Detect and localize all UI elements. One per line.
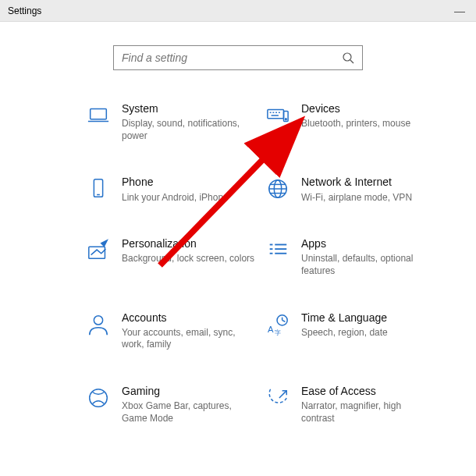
accessibility-icon: [265, 385, 290, 410]
window-title: Settings: [8, 5, 41, 16]
svg-point-0: [343, 53, 351, 61]
tile-title: Accounts: [122, 311, 258, 325]
search-input[interactable]: [122, 52, 342, 64]
settings-grid: System Display, sound, notifications, po…: [0, 78, 476, 424]
tile-text: Apps Uninstall, defaults, optional featu…: [301, 236, 437, 277]
tile-title: Apps: [301, 236, 437, 250]
tile-desc: Bluetooth, printers, mouse: [301, 118, 437, 130]
tile-title: Time & Language: [301, 311, 437, 325]
tile-title: Devices: [301, 101, 437, 115]
svg-line-29: [282, 320, 286, 321]
search-row: [0, 45, 476, 70]
globe-icon: [265, 176, 290, 201]
tile-title: Gaming: [122, 384, 258, 398]
svg-point-26: [94, 315, 102, 324]
tile-network[interactable]: Network & Internet Wi-Fi, airplane mode,…: [265, 175, 437, 204]
tile-text: Devices Bluetooth, printers, mouse: [301, 101, 437, 130]
tile-text: Gaming Xbox Game Bar, captures, Game Mod…: [122, 384, 258, 424]
keyboard-icon: [265, 103, 290, 128]
tile-text: System Display, sound, notifications, po…: [122, 101, 258, 142]
tile-text: Phone Link your Android, iPhone: [122, 175, 258, 204]
tile-title: Phone: [122, 175, 258, 189]
paintbrush-icon: [86, 238, 111, 263]
tile-text: Time & Language Speech, region, date: [301, 311, 437, 339]
svg-rect-2: [91, 109, 107, 119]
phone-icon: [86, 176, 111, 201]
tile-desc: Background, lock screen, colors: [122, 253, 258, 265]
tile-text: Accounts Your accounts, email, sync, wor…: [122, 311, 258, 351]
tile-desc: Speech, region, date: [301, 327, 437, 339]
person-icon: [86, 312, 111, 337]
tile-desc: Wi-Fi, airplane mode, VPN: [301, 192, 437, 204]
titlebar: Settings —: [0, 0, 476, 22]
svg-point-32: [90, 389, 108, 407]
svg-point-11: [285, 119, 286, 120]
svg-line-1: [350, 60, 353, 63]
tile-desc: Your accounts, email, sync, work, family: [122, 327, 258, 351]
tile-text: Ease of Access Narrator, magnifier, high…: [301, 384, 437, 424]
svg-text:A: A: [268, 325, 274, 334]
tile-text: Personalization Background, lock screen,…: [122, 236, 258, 265]
tile-time-language[interactable]: A 字 Time & Language Speech, region, date: [265, 311, 437, 351]
tile-title: Ease of Access: [301, 384, 437, 398]
search-icon: [342, 52, 354, 64]
tile-desc: Link your Android, iPhone: [122, 192, 258, 204]
tile-desc: Xbox Game Bar, captures, Game Mode: [122, 400, 258, 424]
list-icon: [265, 238, 290, 263]
laptop-icon: [86, 103, 111, 128]
tile-text: Network & Internet Wi-Fi, airplane mode,…: [301, 175, 437, 204]
tile-title: System: [122, 101, 258, 115]
tile-accounts[interactable]: Accounts Your accounts, email, sync, wor…: [86, 311, 258, 351]
tile-ease-of-access[interactable]: Ease of Access Narrator, magnifier, high…: [265, 384, 437, 424]
clock-language-icon: A 字: [265, 312, 290, 337]
svg-line-33: [279, 391, 286, 398]
tile-desc: Uninstall, defaults, optional features: [301, 253, 437, 277]
svg-rect-4: [268, 110, 284, 119]
tile-apps[interactable]: Apps Uninstall, defaults, optional featu…: [265, 236, 437, 277]
tile-title: Network & Internet: [301, 175, 437, 189]
minimize-button[interactable]: —: [451, 5, 468, 17]
tile-desc: Narrator, magnifier, high contrast: [301, 400, 437, 424]
tile-devices[interactable]: Devices Bluetooth, printers, mouse: [265, 101, 437, 142]
tile-personalization[interactable]: Personalization Background, lock screen,…: [86, 236, 258, 277]
search-box[interactable]: [113, 45, 363, 70]
tile-gaming[interactable]: Gaming Xbox Game Bar, captures, Game Mod…: [86, 384, 258, 424]
tile-system[interactable]: System Display, sound, notifications, po…: [86, 101, 258, 142]
tile-phone[interactable]: Phone Link your Android, iPhone: [86, 175, 258, 204]
svg-text:字: 字: [275, 329, 281, 336]
xbox-icon: [86, 385, 111, 410]
tile-desc: Display, sound, notifications, power: [122, 118, 258, 142]
tile-title: Personalization: [122, 236, 258, 250]
